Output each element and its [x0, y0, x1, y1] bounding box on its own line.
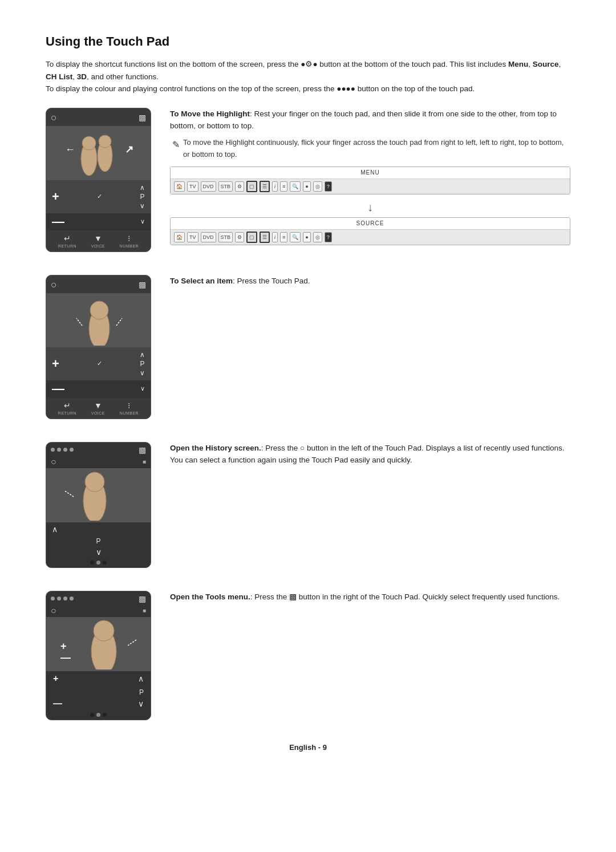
remote-tools-icon-3: ▩: [139, 445, 146, 455]
remote-bottom-2: ↵ RETURN ▼ VOICE ⁝ NUMBER: [46, 397, 151, 419]
section-text-1: To Move the Highlight: Rest your finger …: [170, 108, 570, 249]
svg-point-18: [94, 620, 114, 641]
remote-plus: +: [52, 189, 59, 204]
section-text-4: Open the Tools menu.: Press the ▩ button…: [170, 591, 570, 608]
page-title: Using the Touch Pad: [46, 34, 570, 49]
remote-history-icon-3: ○: [51, 457, 56, 467]
hand-svg-3: [54, 469, 145, 521]
remote-v-row: — ∨: [46, 213, 151, 230]
remote-tools-icon-2: ▩: [139, 280, 146, 289]
remote-minus: —: [52, 214, 64, 229]
svg-text:←: ←: [65, 144, 75, 155]
remote-check: ✓: [97, 193, 102, 200]
remote-hand-area-2: [46, 293, 151, 347]
intro-text: To display the shortcut functions list o…: [46, 58, 570, 95]
section-move-highlight: ○ ▩ ← ↗: [46, 108, 570, 252]
note-icon: ✎: [172, 137, 180, 161]
svg-text:—: —: [60, 652, 71, 663]
remote-hand-area-3: [46, 468, 151, 522]
remote-voice-btn: ▼ VOICE: [91, 234, 105, 248]
remote-history-icon-2: ○: [51, 279, 57, 291]
svg-point-2: [82, 136, 96, 150]
remote-image-4: ▩ ○ ■ + — +: [46, 591, 154, 720]
menu-bar-title: MENU: [171, 167, 570, 179]
remote-control-4: ▩ ○ ■ + — +: [46, 591, 151, 720]
move-highlight-note: ✎ To move the Highlight continuously, fl…: [170, 137, 570, 161]
svg-point-9: [90, 301, 108, 319]
menu-bar-icons: 🏠 TV DVD STB ⚙ ▢ ☰ i ≡ 🔍 ● ◎ ?: [171, 179, 570, 194]
remote-hand-area-1: ← ↗: [46, 126, 151, 180]
svg-point-4: [99, 135, 111, 148]
move-highlight-text: To Move the Highlight: Rest your finger …: [170, 108, 570, 132]
remote-mid-row-2: + ✓ ∧ P ∨: [46, 347, 151, 380]
source-bar: SOURCE 🏠 TV DVD STB ⚙ ▢ ☰ i ≡ 🔍 ● ◎ ?: [170, 217, 570, 245]
remote-mid-row: + ✓ ∧ P ∨: [46, 180, 151, 213]
remote-dots-row-2: ▩: [46, 591, 151, 604]
source-bar-icons: 🏠 TV DVD STB ⚙ ▢ ☰ i ≡ 🔍 ● ◎ ?: [171, 230, 570, 245]
remote-return-btn: ↵ RETURN: [58, 234, 76, 248]
menu-bar-wrapper: MENU 🏠 TV DVD STB ⚙ ▢ ☰ i ≡ 🔍 ● ◎ ? ↓: [170, 167, 570, 246]
remote-tools-icon-4: ▩: [139, 594, 146, 603]
svg-text:↗: ↗: [125, 144, 133, 155]
remote-dots-row: ▩: [46, 443, 151, 456]
svg-point-14: [85, 472, 104, 492]
remote-tools-icon: ▩: [139, 113, 146, 122]
remote-control-2: ○ ▩ + ✓ ∧ P ∨: [46, 275, 151, 419]
section-history: ▩ ○ ■ ∧ P: [46, 442, 570, 568]
history-text: Open the History screen.: Press the ○ bu…: [170, 442, 570, 466]
select-item-text: To Select an item: Press the Touch Pad.: [170, 275, 570, 287]
remote-image-2: ○ ▩ + ✓ ∧ P ∨: [46, 275, 154, 419]
footer: English - 9: [46, 743, 570, 752]
tools-text: Open the Tools menu.: Press the ▩ button…: [170, 591, 570, 603]
section-tools: ▩ ○ ■ + — +: [46, 591, 570, 720]
hand-svg-1: ← ↗: [54, 127, 145, 178]
section-text-3: Open the History screen.: Press the ○ bu…: [170, 442, 570, 471]
svg-text:+: +: [60, 640, 67, 652]
remote-number-btn: ⁝ NUMBER: [120, 234, 139, 248]
remote-image-1: ○ ▩ ← ↗: [46, 108, 154, 252]
hand-svg-2: [54, 294, 145, 346]
remote-history-icon-4: ○: [51, 606, 56, 616]
remote-history-icon: ○: [51, 112, 57, 124]
hand-svg-4: + —: [54, 618, 145, 670]
menu-bar: MENU 🏠 TV DVD STB ⚙ ▢ ☰ i ≡ 🔍 ● ◎ ?: [170, 167, 570, 194]
footer-text: English - 9: [289, 743, 327, 752]
section-select-item: ○ ▩ + ✓ ∧ P ∨: [46, 275, 570, 419]
remote-control-1: ○ ▩ ← ↗: [46, 108, 151, 252]
remote-control-3: ▩ ○ ■ ∧ P: [46, 442, 151, 568]
arrow-down: ↓: [170, 198, 570, 216]
remote-image-3: ▩ ○ ■ ∧ P: [46, 442, 154, 568]
remote-arrows: ∧ P ∨: [140, 184, 145, 210]
remote-bottom-buttons: ↵ RETURN ▼ VOICE ⁝ NUMBER: [46, 230, 151, 251]
section-text-2: To Select an item: Press the Touch Pad.: [170, 275, 570, 292]
source-bar-title: SOURCE: [171, 218, 570, 230]
remote-hand-area-4: + —: [46, 617, 151, 671]
